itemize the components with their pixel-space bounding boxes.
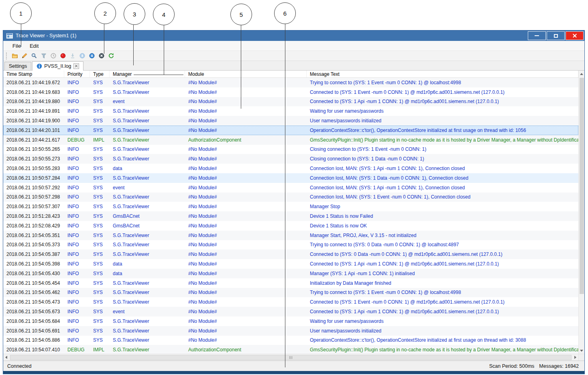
scroll-down-button[interactable] [579,347,585,354]
cell-message: Waiting for user names/passwords [307,108,578,114]
toolbar-grip[interactable] [6,53,8,59]
log-row[interactable]: 2018.06.21 10:50:57.298INFOSYSS.G.TraceV… [3,193,578,202]
cell-priority: INFO [64,309,90,314]
log-row[interactable]: 2018.06.21 10:44:19.672INFOSYSS.G.TraceV… [3,78,578,87]
vertical-scroll-thumb[interactable] [580,78,584,294]
log-row[interactable]: 2018.06.21 10:54:05.886INFOSYSS.G.TraceV… [3,336,578,345]
log-row[interactable]: 2018.06.21 10:54:05.691INFOSYSS.G.TraceV… [3,326,578,336]
horizontal-scroll-thumb[interactable] [10,355,572,360]
vertical-scrollbar[interactable] [578,71,584,361]
horizontal-scrollbar[interactable] [3,354,578,361]
menu-edit[interactable]: Edit [25,42,43,50]
log-row[interactable]: 2018.06.21 10:54:05.462INFOSYSS.G.TraceV… [3,288,578,298]
log-row[interactable]: 2018.06.21 10:51:28.423INFOSYSGmsBACnet#… [3,211,578,221]
filter-button[interactable] [39,51,48,60]
cell-manager: S.G.TraceViewer [110,347,185,353]
cell-module: #No Module# [185,213,307,219]
scroll-up-button[interactable] [579,71,585,77]
log-row[interactable]: 2018.06.21 10:54:05.373INFOSYSS.G.TraceV… [3,240,578,250]
cell-type: SYS [90,166,110,171]
cell-time: 2018.06.21 10:44:19.683 [3,89,64,95]
cell-type: SYS [90,128,110,133]
callout-circle-6: 6 [274,2,296,24]
cell-type: SYS [90,328,110,334]
cell-module: #No Module# [185,118,307,124]
minimize-icon [535,35,539,36]
cell-module: #No Module# [185,328,307,334]
column-header-priority[interactable]: Priority [64,71,90,77]
close-button[interactable] [566,31,584,40]
cell-module: #No Module# [185,128,307,133]
log-row[interactable]: 2018.06.21 10:54:05.684INFOSYSS.G.TraceV… [3,316,578,326]
open-button[interactable] [10,51,19,60]
vertical-scroll-track[interactable] [579,77,585,347]
cell-priority: INFO [64,223,90,229]
log-row[interactable]: 2018.06.21 10:50:57.307INFOSYSS.G.TraceV… [3,202,578,211]
tab-settings[interactable]: Settings [4,62,31,70]
column-header-manager[interactable]: Manager [110,71,185,77]
cell-module: #No Module# [185,204,307,209]
arrow-down-button[interactable] [68,51,77,60]
log-row[interactable]: 2018.06.21 10:44:20.101INFOSYSS.G.TraceV… [3,126,578,135]
log-row[interactable]: 2018.06.21 10:50:55.265INFOSYSS.G.TraceV… [3,145,578,154]
log-row[interactable]: 2018.06.21 10:54:05.351INFOSYSS.G.TraceV… [3,231,578,240]
log-row[interactable]: 2018.06.21 10:54:05.387INFOSYSS.G.TraceV… [3,249,578,259]
log-row[interactable]: 2018.06.21 10:44:19.900INFOSYSS.G.TraceV… [3,116,578,126]
column-header-message-text[interactable]: Message Text [307,71,578,77]
cell-priority: INFO [64,156,90,162]
cell-manager: S.G.TraceViewer [110,128,185,133]
column-header-module[interactable]: Module [185,71,307,77]
stop-icon [98,53,105,59]
edit-button[interactable] [20,51,29,60]
log-row[interactable]: 2018.06.21 10:44:19.683INFOSYSS.G.TraceV… [3,87,578,97]
log-row[interactable]: 2018.06.21 10:50:55.283INFOSYSdata#No Mo… [3,164,578,173]
pause-button[interactable] [87,51,96,60]
cell-module: #No Module# [185,318,307,324]
log-row[interactable]: 2018.06.21 10:50:57.284INFOSYSS.G.TraceV… [3,173,578,183]
cell-manager: event [110,185,185,191]
log-row[interactable]: 2018.06.21 10:44:19.880INFOSYSevent#No M… [3,97,578,107]
screenshot-stage: Trace Viewer - System1 (1) File Edit [0,0,588,375]
cell-type: SYS [90,318,110,324]
search-button[interactable] [30,51,39,60]
log-row[interactable]: 2018.06.21 10:54:05.454INFOSYSS.G.TraceV… [3,278,578,288]
cell-manager: S.G.TraceViewer [110,118,185,124]
record-button[interactable] [59,51,67,60]
column-header-type[interactable]: Type [90,71,110,77]
cell-module: #No Module# [185,299,307,305]
log-row[interactable]: 2018.06.21 10:54:05.398INFOSYSdata#No Mo… [3,259,578,269]
scroll-left-button[interactable] [3,354,9,361]
cell-priority: INFO [64,280,90,286]
cell-time: 2018.06.21 10:44:19.672 [3,80,64,85]
cell-type: SYS [90,118,110,124]
cell-type: SYS [90,99,110,104]
stop-button[interactable] [97,51,106,60]
menu-file[interactable]: File [8,42,25,50]
log-row[interactable]: 2018.06.21 10:44:21.617DEBUGIMPLS.G.Trac… [3,135,578,145]
log-row[interactable]: 2018.06.21 10:54:05.673INFOSYSevent#No M… [3,307,578,316]
cell-priority: INFO [64,233,90,238]
log-row[interactable]: 2018.06.21 10:52:08.429INFOSYSGmsBACnet#… [3,221,578,231]
refresh-button[interactable] [107,51,116,60]
log-row[interactable]: 2018.06.21 10:50:57.292INFOSYSevent#No M… [3,183,578,193]
log-row[interactable]: 2018.06.21 10:44:19.891INFOSYSS.G.TraceV… [3,106,578,116]
cell-priority: INFO [64,299,90,305]
tab-close-icon[interactable] [73,63,79,69]
clock-button[interactable] [49,51,58,60]
minimize-button[interactable] [528,31,546,40]
cell-priority: INFO [64,185,90,191]
log-row[interactable]: 2018.06.21 10:50:55.273INFOSYSS.G.TraceV… [3,154,578,164]
callout-circle-5: 5 [230,4,252,25]
scroll-right-button[interactable] [572,354,578,361]
tab-log-file[interactable]: PVSS_II.log [32,61,83,71]
cell-module: #No Module# [185,156,307,162]
log-row[interactable]: 2018.06.21 10:54:07.410DEBUGIMPLS.G.Trac… [3,345,578,355]
go-to-end-button[interactable] [78,51,87,60]
log-row[interactable]: 2018.06.21 10:54:05.430INFOSYSdata#No Mo… [3,269,578,278]
cell-priority: INFO [64,271,90,276]
cell-message: Device 1 Status is now Failed [307,213,578,219]
maximize-button[interactable] [547,31,565,40]
log-row[interactable]: 2018.06.21 10:54:05.473INFOSYSS.G.TraceV… [3,297,578,307]
column-header-time-stamp[interactable]: Time Stamp [3,71,64,77]
cell-message: OperationContextStore::c'tor(), Operatio… [307,128,578,133]
